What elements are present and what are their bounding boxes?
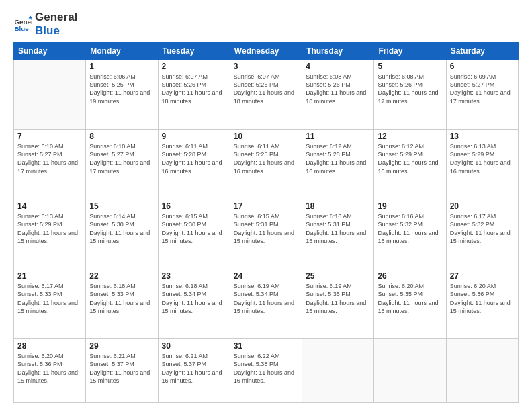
calendar-cell: 13Sunrise: 6:13 AMSunset: 5:29 PMDayligh… <box>446 130 518 199</box>
day-info: Sunrise: 6:22 AMSunset: 5:38 PMDaylight:… <box>234 352 298 385</box>
calendar-cell: 4Sunrise: 6:08 AMSunset: 5:26 PMDaylight… <box>302 60 374 130</box>
calendar-cell: 2Sunrise: 6:07 AMSunset: 5:26 PMDaylight… <box>158 60 230 130</box>
calendar-cell: 8Sunrise: 6:10 AMSunset: 5:27 PMDaylight… <box>86 130 158 199</box>
day-number: 5 <box>378 62 442 71</box>
day-number: 20 <box>450 201 515 211</box>
logo-blue: Blue <box>35 24 77 38</box>
day-info: Sunrise: 6:13 AMSunset: 5:29 PMDaylight:… <box>450 142 515 175</box>
day-info: Sunrise: 6:19 AMSunset: 5:35 PMDaylight:… <box>306 282 370 315</box>
day-number: 31 <box>234 341 298 351</box>
day-info: Sunrise: 6:10 AMSunset: 5:27 PMDaylight:… <box>89 142 154 175</box>
day-number: 29 <box>89 341 154 351</box>
day-info: Sunrise: 6:11 AMSunset: 5:28 PMDaylight:… <box>162 142 226 175</box>
day-number: 8 <box>89 132 154 141</box>
day-info: Sunrise: 6:16 AMSunset: 5:32 PMDaylight:… <box>378 212 442 245</box>
weekday-header-thursday: Thursday <box>302 43 374 60</box>
calendar-cell: 6Sunrise: 6:09 AMSunset: 5:27 PMDaylight… <box>446 60 518 130</box>
day-number: 4 <box>306 62 370 71</box>
day-number: 15 <box>89 201 154 211</box>
calendar-cell: 1Sunrise: 6:06 AMSunset: 5:25 PMDaylight… <box>86 60 158 130</box>
calendar-cell: 31Sunrise: 6:22 AMSunset: 5:38 PMDayligh… <box>230 339 302 403</box>
day-info: Sunrise: 6:07 AMSunset: 5:26 PMDaylight:… <box>162 73 226 105</box>
calendar-cell: 10Sunrise: 6:11 AMSunset: 5:28 PMDayligh… <box>230 130 302 199</box>
day-info: Sunrise: 6:21 AMSunset: 5:37 PMDaylight:… <box>162 352 226 385</box>
day-info: Sunrise: 6:06 AMSunset: 5:25 PMDaylight:… <box>89 73 154 105</box>
day-number: 24 <box>234 271 298 281</box>
calendar-cell: 11Sunrise: 6:12 AMSunset: 5:28 PMDayligh… <box>302 130 374 199</box>
weekday-header-row: SundayMondayTuesdayWednesdayThursdayFrid… <box>14 43 519 60</box>
calendar-cell: 25Sunrise: 6:19 AMSunset: 5:35 PMDayligh… <box>302 269 374 339</box>
calendar-cell: 16Sunrise: 6:15 AMSunset: 5:30 PMDayligh… <box>158 199 230 269</box>
day-number: 28 <box>17 341 82 351</box>
day-info: Sunrise: 6:08 AMSunset: 5:26 PMDaylight:… <box>378 73 442 105</box>
day-info: Sunrise: 6:15 AMSunset: 5:31 PMDaylight:… <box>234 212 298 245</box>
calendar-cell <box>446 339 518 403</box>
calendar-cell: 20Sunrise: 6:17 AMSunset: 5:32 PMDayligh… <box>446 199 518 269</box>
day-info: Sunrise: 6:13 AMSunset: 5:29 PMDaylight:… <box>17 212 82 245</box>
logo: General Blue General Blue <box>13 11 77 37</box>
day-number: 2 <box>162 62 226 71</box>
day-info: Sunrise: 6:18 AMSunset: 5:33 PMDaylight:… <box>89 282 154 315</box>
calendar-cell <box>374 339 446 403</box>
day-number: 21 <box>17 271 82 281</box>
calendar-cell: 7Sunrise: 6:10 AMSunset: 5:27 PMDaylight… <box>14 130 86 199</box>
week-row-1: 1Sunrise: 6:06 AMSunset: 5:25 PMDaylight… <box>14 60 519 130</box>
calendar-cell: 9Sunrise: 6:11 AMSunset: 5:28 PMDaylight… <box>158 130 230 199</box>
day-info: Sunrise: 6:16 AMSunset: 5:31 PMDaylight:… <box>306 212 370 245</box>
day-info: Sunrise: 6:07 AMSunset: 5:26 PMDaylight:… <box>234 73 298 105</box>
calendar-cell <box>302 339 374 403</box>
day-info: Sunrise: 6:11 AMSunset: 5:28 PMDaylight:… <box>234 142 298 175</box>
day-number: 6 <box>450 62 515 71</box>
day-number: 22 <box>89 271 154 281</box>
day-info: Sunrise: 6:09 AMSunset: 5:27 PMDaylight:… <box>450 73 515 105</box>
day-info: Sunrise: 6:18 AMSunset: 5:34 PMDaylight:… <box>162 282 226 315</box>
day-number: 27 <box>450 271 515 281</box>
calendar-cell: 26Sunrise: 6:20 AMSunset: 5:35 PMDayligh… <box>374 269 446 339</box>
day-info: Sunrise: 6:17 AMSunset: 5:32 PMDaylight:… <box>450 212 515 245</box>
day-number: 11 <box>306 132 370 141</box>
day-number: 9 <box>162 132 226 141</box>
day-info: Sunrise: 6:08 AMSunset: 5:26 PMDaylight:… <box>306 73 370 105</box>
calendar-cell: 24Sunrise: 6:19 AMSunset: 5:34 PMDayligh… <box>230 269 302 339</box>
day-info: Sunrise: 6:17 AMSunset: 5:33 PMDaylight:… <box>17 282 82 315</box>
day-number: 26 <box>378 271 442 281</box>
day-info: Sunrise: 6:20 AMSunset: 5:36 PMDaylight:… <box>450 282 515 315</box>
calendar-cell: 18Sunrise: 6:16 AMSunset: 5:31 PMDayligh… <box>302 199 374 269</box>
day-number: 19 <box>378 201 442 211</box>
day-number: 25 <box>306 271 370 281</box>
weekday-header-saturday: Saturday <box>446 43 518 60</box>
day-number: 16 <box>162 201 226 211</box>
weekday-header-wednesday: Wednesday <box>230 43 302 60</box>
calendar-cell: 3Sunrise: 6:07 AMSunset: 5:26 PMDaylight… <box>230 60 302 130</box>
calendar-cell: 19Sunrise: 6:16 AMSunset: 5:32 PMDayligh… <box>374 199 446 269</box>
calendar-cell: 15Sunrise: 6:14 AMSunset: 5:30 PMDayligh… <box>86 199 158 269</box>
day-number: 7 <box>17 132 82 141</box>
week-row-3: 14Sunrise: 6:13 AMSunset: 5:29 PMDayligh… <box>14 199 519 269</box>
day-number: 12 <box>378 132 442 141</box>
calendar-cell: 29Sunrise: 6:21 AMSunset: 5:37 PMDayligh… <box>86 339 158 403</box>
header: General Blue General Blue <box>13 11 519 37</box>
logo-general: General <box>35 11 77 24</box>
generalblue-logo-icon: General Blue <box>13 15 32 34</box>
weekday-header-sunday: Sunday <box>14 43 86 60</box>
day-info: Sunrise: 6:20 AMSunset: 5:35 PMDaylight:… <box>378 282 442 315</box>
calendar-cell <box>14 60 86 130</box>
weekday-header-friday: Friday <box>374 43 446 60</box>
calendar-cell: 5Sunrise: 6:08 AMSunset: 5:26 PMDaylight… <box>374 60 446 130</box>
calendar-table: SundayMondayTuesdayWednesdayThursdayFrid… <box>13 42 519 403</box>
week-row-5: 28Sunrise: 6:20 AMSunset: 5:36 PMDayligh… <box>14 339 519 403</box>
calendar-cell: 22Sunrise: 6:18 AMSunset: 5:33 PMDayligh… <box>86 269 158 339</box>
day-number: 3 <box>234 62 298 71</box>
day-info: Sunrise: 6:12 AMSunset: 5:29 PMDaylight:… <box>378 142 442 175</box>
calendar-cell: 17Sunrise: 6:15 AMSunset: 5:31 PMDayligh… <box>230 199 302 269</box>
page: General Blue General Blue SundayMondayTu… <box>0 0 532 411</box>
day-number: 18 <box>306 201 370 211</box>
day-info: Sunrise: 6:15 AMSunset: 5:30 PMDaylight:… <box>162 212 226 245</box>
day-info: Sunrise: 6:12 AMSunset: 5:28 PMDaylight:… <box>306 142 370 175</box>
day-number: 23 <box>162 271 226 281</box>
weekday-header-monday: Monday <box>86 43 158 60</box>
calendar-cell: 27Sunrise: 6:20 AMSunset: 5:36 PMDayligh… <box>446 269 518 339</box>
day-number: 10 <box>234 132 298 141</box>
calendar-cell: 14Sunrise: 6:13 AMSunset: 5:29 PMDayligh… <box>14 199 86 269</box>
calendar-cell: 28Sunrise: 6:20 AMSunset: 5:36 PMDayligh… <box>14 339 86 403</box>
